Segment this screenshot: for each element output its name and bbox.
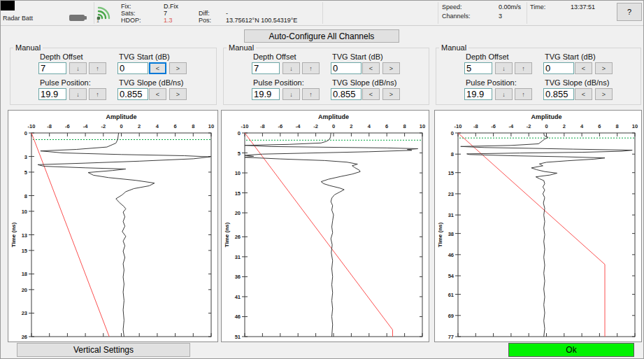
manual-group-ch3: Manual Depth Offset ↓ ↑ TVG Start (dB) <… xyxy=(436,48,641,105)
depth-offset-up-button-ch1[interactable]: ↑ xyxy=(89,62,106,74)
tvg-start-increase-button-ch1[interactable]: > xyxy=(169,62,187,74)
pulse-position-up-button-ch1[interactable]: ↑ xyxy=(89,88,106,100)
pulse-position-up-button-ch2[interactable]: ↑ xyxy=(302,88,320,100)
tvg-slope-decrease-button-ch2[interactable]: < xyxy=(362,88,380,100)
svg-text:-8: -8 xyxy=(47,123,52,129)
svg-text:31: 31 xyxy=(235,254,241,260)
pulse-position-input-ch1[interactable] xyxy=(38,88,66,100)
app-icon xyxy=(1,1,15,10)
svg-text:8: 8 xyxy=(24,193,27,199)
help-button[interactable]: ? xyxy=(617,3,642,21)
svg-text:31: 31 xyxy=(448,212,454,218)
svg-text:1: 1 xyxy=(96,18,99,22)
speed-label: Speed: xyxy=(442,3,462,10)
amplitude-chart-ch1: Amplitude-10-8-6-4-202468100358101315182… xyxy=(8,111,217,342)
amplitude-chart-panel-ch1: Amplitude-10-8-6-4-202468100358101315182… xyxy=(8,110,218,342)
pulse-position-input-ch2[interactable] xyxy=(252,88,280,100)
svg-text:-10: -10 xyxy=(28,123,36,129)
svg-text:15: 15 xyxy=(235,190,241,197)
tvg-start-label: TVG Start (dB) xyxy=(332,52,383,61)
tvg-start-decrease-button-ch2[interactable]: < xyxy=(362,62,380,74)
tvg-start-input-ch1[interactable] xyxy=(117,62,148,74)
pulse-position-up-button-ch3[interactable]: ↑ xyxy=(515,88,532,100)
tvg-slope-increase-button-ch3[interactable]: > xyxy=(595,88,613,100)
depth-offset-down-button-ch2[interactable]: ↓ xyxy=(282,62,300,74)
pulse-position-label: Pulse Position: xyxy=(253,78,304,87)
svg-text:23: 23 xyxy=(22,310,27,316)
tvg-start-input-ch3[interactable] xyxy=(543,62,574,74)
pulse-position-down-button-ch1[interactable]: ↓ xyxy=(69,88,87,100)
group-label: Manual xyxy=(439,43,468,52)
tvg-start-increase-button-ch2[interactable]: > xyxy=(382,62,400,74)
svg-text:3: 3 xyxy=(24,154,27,160)
auto-configure-all-channels-button[interactable]: Auto-Configure All Channels xyxy=(244,29,399,43)
tvg-slope-input-ch3[interactable] xyxy=(543,88,574,100)
svg-text:2: 2 xyxy=(138,123,141,129)
depth-offset-up-button-ch2[interactable]: ↑ xyxy=(302,62,320,74)
fix-label: Fix: xyxy=(121,3,131,10)
svg-text:0: 0 xyxy=(332,123,335,129)
svg-text:8: 8 xyxy=(192,123,194,129)
svg-text:-4: -4 xyxy=(509,123,514,129)
svg-text:15: 15 xyxy=(448,170,454,176)
depth-offset-input-ch3[interactable] xyxy=(464,62,492,74)
group-label: Manual xyxy=(13,43,43,52)
svg-text:13: 13 xyxy=(22,232,27,239)
tvg-slope-label: TVG Slope (dB/ns) xyxy=(332,78,396,87)
divider xyxy=(527,2,527,24)
speed-value: 0.00m/s xyxy=(499,3,521,10)
tvg-slope-input-ch1[interactable] xyxy=(117,88,148,100)
tvg-slope-input-ch2[interactable] xyxy=(331,88,362,100)
svg-text:20: 20 xyxy=(22,287,27,293)
tvg-start-decrease-button-ch3[interactable]: < xyxy=(575,62,592,74)
svg-text:36: 36 xyxy=(235,274,241,280)
svg-text:18: 18 xyxy=(22,271,27,277)
pulse-position-down-button-ch2[interactable]: ↓ xyxy=(282,88,300,100)
sats-value: 7 xyxy=(164,10,167,17)
depth-offset-up-button-ch3[interactable]: ↑ xyxy=(515,62,532,74)
depth-offset-input-ch1[interactable] xyxy=(38,62,66,74)
depth-offset-input-ch2[interactable] xyxy=(252,62,280,74)
manual-group-ch2: Manual Depth Offset ↓ ↑ TVG Start (dB) <… xyxy=(223,48,429,105)
svg-text:-8: -8 xyxy=(473,123,478,129)
time-value: 13:37:51 xyxy=(571,3,595,10)
tvg-slope-decrease-button-ch1[interactable]: < xyxy=(149,88,166,100)
tvg-start-decrease-button-ch1[interactable]: < xyxy=(149,62,166,74)
svg-text:46: 46 xyxy=(235,314,241,320)
svg-text:10: 10 xyxy=(208,123,214,129)
depth-offset-down-button-ch1[interactable]: ↓ xyxy=(69,62,87,74)
svg-text:-2: -2 xyxy=(101,123,106,129)
battery-icon xyxy=(69,15,85,21)
svg-text:8: 8 xyxy=(403,123,406,129)
svg-text:0: 0 xyxy=(238,130,241,136)
svg-text:4: 4 xyxy=(368,123,371,129)
svg-text:77: 77 xyxy=(448,334,454,340)
pulse-position-input-ch3[interactable] xyxy=(464,88,492,100)
sats-label: Sats: xyxy=(121,10,136,17)
tvg-start-increase-button-ch3[interactable]: > xyxy=(595,62,613,74)
svg-text:26: 26 xyxy=(22,334,27,340)
pulse-position-label: Pulse Position: xyxy=(466,78,517,87)
tvg-slope-label: TVG Slope (dB/ns) xyxy=(545,78,609,87)
svg-text:46: 46 xyxy=(448,252,454,258)
depth-offset-label: Depth Offset xyxy=(253,52,296,61)
svg-text:15: 15 xyxy=(22,248,27,254)
tvg-start-input-ch2[interactable] xyxy=(331,62,362,74)
vertical-settings-button[interactable]: Vertical Settings xyxy=(17,343,190,357)
status-bar: Radar Batt 1 Fix: D.Fix Sats: 7 HDOP: 1.… xyxy=(1,1,644,26)
channels-label: Channels: xyxy=(442,13,471,20)
svg-text:-4: -4 xyxy=(296,123,301,129)
amplitude-chart-ch2: Amplitude-10-8-6-4-202468100510152026313… xyxy=(222,111,429,342)
pulse-position-down-button-ch3[interactable]: ↓ xyxy=(495,88,513,100)
divider xyxy=(322,2,323,24)
divider xyxy=(94,2,94,24)
svg-text:Amplitude: Amplitude xyxy=(318,113,349,120)
ok-button[interactable]: Ok xyxy=(508,343,634,357)
tvg-slope-increase-button-ch2[interactable]: > xyxy=(382,88,400,100)
depth-offset-down-button-ch3[interactable]: ↓ xyxy=(495,62,513,74)
depth-offset-label: Depth Offset xyxy=(466,52,509,61)
tvg-start-label: TVG Start (dB) xyxy=(545,52,596,61)
svg-text:51: 51 xyxy=(235,334,241,340)
tvg-slope-increase-button-ch1[interactable]: > xyxy=(169,88,187,100)
tvg-slope-decrease-button-ch3[interactable]: < xyxy=(575,88,592,100)
